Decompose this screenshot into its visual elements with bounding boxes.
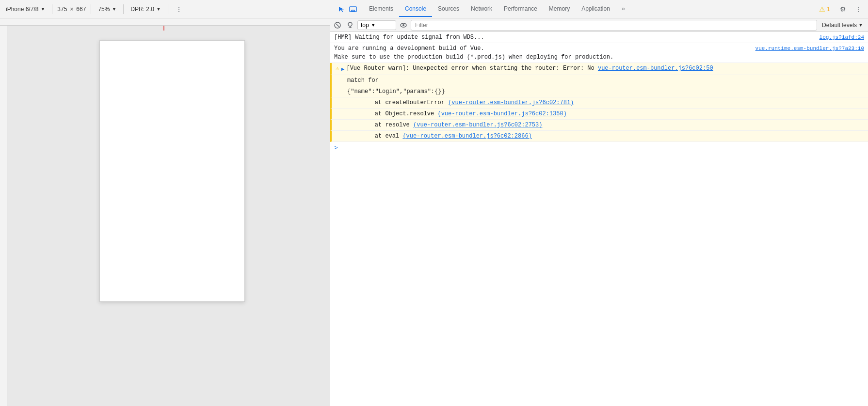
vue-router-source-781[interactable]: (vue-router.esm-bundler.js?6c02:781) bbox=[448, 99, 574, 106]
warning-triangle-icon: ⚠ bbox=[819, 5, 825, 13]
devtools-panel: top ▼ Default levels ▼ [HMR] Waiti bbox=[330, 18, 868, 406]
svg-point-8 bbox=[402, 24, 404, 26]
console-warn-detail-object-resolve: at Object.resolve (vue-router.esm-bundle… bbox=[330, 109, 868, 120]
console-warn-detail-match: match for bbox=[330, 75, 868, 86]
separator-4 bbox=[168, 4, 168, 14]
horizontal-ruler bbox=[0, 18, 330, 26]
console-warn-detail-create: at createRouterError (vue-router.esm-bun… bbox=[330, 97, 868, 109]
viewport-content-area bbox=[7, 26, 330, 406]
console-message-vue-router-warn: ⚠ ▶ [Vue Router warn]: Unexpected error … bbox=[330, 63, 868, 75]
vue-router-source-1350[interactable]: (vue-router.esm-bundler.js?6c02:1350) bbox=[437, 110, 566, 117]
console-warn-detail-match-text: match for bbox=[347, 76, 864, 85]
filter-input[interactable] bbox=[411, 20, 817, 31]
console-warn-detail-json-text: {"name":"Login","params":{}} bbox=[347, 87, 864, 96]
inspect-icon[interactable] bbox=[336, 3, 347, 15]
phone-frame bbox=[99, 40, 245, 302]
console-warn-detail-object-resolve-text: at Object.resolve (vue-router.esm-bundle… bbox=[361, 109, 864, 118]
svg-point-4 bbox=[348, 22, 352, 26]
console-warn-detail-json: {"name":"Login","params":{}} bbox=[330, 86, 868, 97]
more-options-icon[interactable]: ⋮ bbox=[852, 3, 864, 15]
filter-icon[interactable] bbox=[345, 20, 355, 31]
console-message-vue-router-text: [Vue Router warn]: Unexpected error when… bbox=[346, 64, 864, 73]
main-layout: top ▼ Default levels ▼ [HMR] Waiti bbox=[0, 18, 868, 406]
console-message-hmr-text: [HMR] Waiting for update signal from WDS… bbox=[334, 33, 816, 42]
svg-line-3 bbox=[336, 24, 339, 27]
separator-3 bbox=[123, 4, 124, 14]
console-toolbar: top ▼ Default levels ▼ bbox=[330, 18, 868, 32]
context-label: top bbox=[361, 22, 369, 29]
console-message-vue-dev: You are running a development build of V… bbox=[330, 43, 868, 63]
tab-application[interactable]: Application bbox=[576, 1, 616, 17]
more-toolbar-button[interactable]: ⋮ bbox=[173, 3, 185, 15]
responsive-icon[interactable] bbox=[347, 3, 359, 15]
viewport-panel bbox=[0, 18, 330, 406]
context-selector[interactable]: top ▼ bbox=[357, 20, 396, 30]
separator-1 bbox=[52, 4, 52, 14]
eye-icon[interactable] bbox=[398, 20, 409, 31]
warning-icon: ⚠ bbox=[336, 64, 339, 73]
tab-performance[interactable]: Performance bbox=[498, 1, 543, 17]
svg-rect-0 bbox=[350, 7, 356, 12]
separator-tabs bbox=[361, 4, 361, 14]
console-warn-detail-eval-text: at eval (vue-router.esm-bundler.js?6c02:… bbox=[361, 132, 864, 141]
console-message-hmr: [HMR] Waiting for update signal from WDS… bbox=[330, 32, 868, 43]
console-input[interactable] bbox=[341, 144, 864, 151]
tab-network[interactable]: Network bbox=[465, 1, 498, 17]
dpr-selector[interactable]: DPR: 2.0 ▼ bbox=[129, 5, 163, 14]
tab-elements[interactable]: Elements bbox=[363, 1, 399, 17]
console-warn-detail-resolve-text: at resolve (vue-router.esm-bundler.js?6c… bbox=[361, 121, 864, 129]
toolbar-left: iPhone 6/7/8 ▼ 375 × 667 75% ▼ DPR: 2.0 … bbox=[4, 3, 334, 15]
tab-memory[interactable]: Memory bbox=[543, 1, 576, 17]
viewport-body bbox=[0, 26, 330, 406]
console-source-hmr[interactable]: log.js?1afd:24 bbox=[820, 33, 864, 42]
tab-sources[interactable]: Sources bbox=[432, 1, 465, 17]
dpr-value: DPR: 2.0 bbox=[130, 6, 154, 13]
vue-router-source-2866[interactable]: (vue-router.esm-bundler.js?6c02:2866) bbox=[402, 133, 531, 140]
log-levels-chevron-icon: ▼ bbox=[858, 22, 863, 28]
warning-count: 1 bbox=[827, 6, 830, 13]
tab-more[interactable]: » bbox=[616, 1, 631, 17]
clear-console-icon[interactable] bbox=[332, 20, 343, 31]
console-warn-detail-resolve: at resolve (vue-router.esm-bundler.js?6c… bbox=[330, 120, 868, 131]
context-chevron-icon: ▼ bbox=[371, 22, 376, 28]
toolbar-icons-right: ⚠ 1 ⚙ ⋮ bbox=[816, 3, 864, 15]
console-source-vue-dev[interactable]: vue.runtime.esm-bundler.js?7a23:10 bbox=[755, 44, 864, 53]
h-ruler-ticks bbox=[7, 18, 330, 26]
log-levels-label: Default levels bbox=[822, 22, 857, 29]
dim-x: × bbox=[70, 6, 73, 13]
log-levels-button[interactable]: Default levels ▼ bbox=[819, 21, 866, 30]
vue-router-source-2753[interactable]: (vue-router.esm-bundler.js?6c02:2753) bbox=[413, 122, 542, 128]
vue-router-source-link-1[interactable]: vue-router.esm-bundler.js?6c02:50 bbox=[598, 65, 713, 72]
console-message-vue-dev-text: You are running a development build of V… bbox=[334, 44, 752, 62]
zoom-selector[interactable]: 75% ▼ bbox=[96, 5, 118, 14]
separator-2 bbox=[91, 4, 91, 14]
console-prompt[interactable]: > bbox=[330, 142, 868, 154]
device-selector[interactable]: iPhone 6/7/8 ▼ bbox=[4, 5, 47, 14]
zoom-value: 75% bbox=[98, 6, 110, 13]
prompt-arrow-icon: > bbox=[334, 144, 338, 152]
console-warn-detail-eval: at eval (vue-router.esm-bundler.js?6c02:… bbox=[330, 131, 868, 142]
warning-badge[interactable]: ⚠ 1 bbox=[816, 4, 833, 14]
device-chevron-icon: ▼ bbox=[40, 6, 45, 12]
tab-console[interactable]: Console bbox=[399, 1, 432, 17]
console-warn-detail-create-text: at createRouterError (vue-router.esm-bun… bbox=[361, 98, 864, 107]
dpr-chevron-icon: ▼ bbox=[156, 6, 161, 12]
console-output: [HMR] Waiting for update signal from WDS… bbox=[330, 32, 868, 406]
devtools-toolbar: iPhone 6/7/8 ▼ 375 × 667 75% ▼ DPR: 2.0 … bbox=[0, 0, 868, 18]
vertical-ruler bbox=[0, 26, 7, 406]
svg-rect-1 bbox=[352, 10, 354, 12]
expand-arrow-icon[interactable]: ▶ bbox=[341, 65, 345, 74]
width-value: 375 bbox=[57, 6, 67, 13]
zoom-chevron-icon: ▼ bbox=[112, 6, 116, 12]
device-name: iPhone 6/7/8 bbox=[6, 6, 38, 13]
devtools-tab-bar: Elements Console Sources Network Perform… bbox=[336, 1, 814, 17]
height-value: 667 bbox=[76, 6, 86, 13]
viewport-indicator bbox=[163, 26, 164, 31]
settings-icon[interactable]: ⚙ bbox=[837, 3, 849, 15]
